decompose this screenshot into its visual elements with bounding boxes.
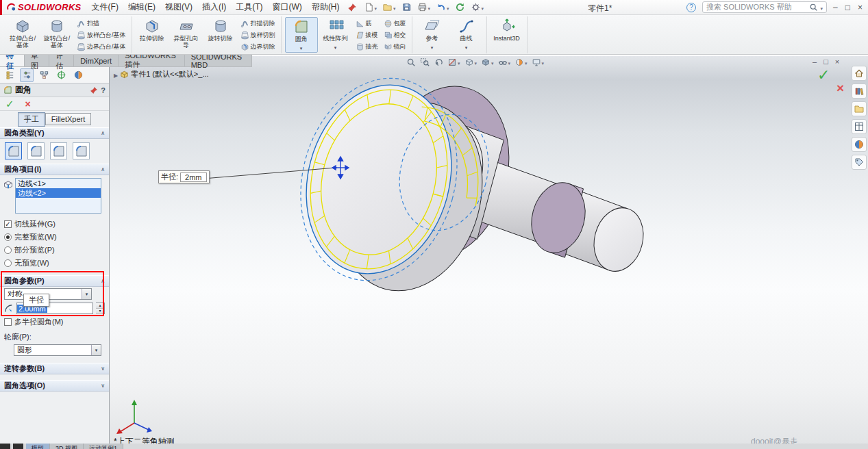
open-button[interactable] [382,2,396,12]
revolved-boss-button[interactable]: 旋转凸台/基体 [40,17,73,53]
print-button[interactable] [417,2,431,12]
rib-button[interactable]: 筋 [354,18,380,29]
reference-geometry-button[interactable]: 参考 [416,17,449,53]
full-preview-radio[interactable]: 完整预览(W) [0,231,109,244]
mirror-button[interactable]: 镜向 [382,41,408,52]
tab-mbd[interactable]: SOLIDWORKS MBD [185,55,252,66]
section-items-to-fillet[interactable]: 圆角项目(I) [0,164,109,175]
model-shaft[interactable] [279,60,650,307]
fillet-button[interactable]: 圆角 [285,17,318,53]
section-view-button[interactable] [447,57,460,67]
help-icon[interactable]: ? [686,3,696,12]
section-fillet-options[interactable]: 圆角选项(O) [0,380,109,392]
view-settings-button[interactable] [532,57,545,67]
search-input[interactable]: 搜索 SOLIDWORKS 帮助 [702,1,827,13]
3d-views-tab[interactable]: 3D 视图 [50,444,84,449]
checkbox-checked-icon[interactable] [4,220,12,228]
zoom-area-button[interactable] [420,57,430,67]
menu-view[interactable]: 视图(V) [160,0,197,15]
pushpin-icon[interactable] [90,86,98,94]
graphics-area[interactable] [110,56,868,445]
document-close-button[interactable]: × [835,57,839,66]
hide-show-items-button[interactable] [498,57,511,67]
profile-dropdown[interactable]: 圆形 [14,344,101,356]
instant3d-button[interactable]: Instant3D [491,17,523,53]
tab-addins[interactable]: SOLIDWORKS 插件 [119,55,184,66]
document-minimize-button[interactable]: – [813,57,817,66]
list-item[interactable]: 边线<1> [16,179,101,188]
no-preview-radio[interactable]: 无预览(W) [0,257,109,270]
confirm-ok-button[interactable]: ✓ [817,66,830,84]
help-icon[interactable]: ? [101,86,106,94]
callout-value-field[interactable]: 2mm [180,172,206,182]
radio-selected-icon[interactable] [4,233,12,241]
shell-button[interactable]: 抽壳 [354,41,380,52]
extruded-boss-button[interactable]: 拉伸凸台/基体 [6,17,39,53]
face-fillet-button[interactable] [50,142,67,159]
radio-icon[interactable] [4,246,12,254]
pin-menu-icon[interactable] [347,3,357,12]
sweep-button[interactable]: 扫描 [75,18,128,29]
edge-selection-list[interactable]: 边线<1> 边线<2> [15,178,101,214]
tab-sketch[interactable]: 草图 [25,55,49,66]
partial-preview-radio[interactable]: 部分预览(P) [0,244,109,257]
search-icon[interactable] [809,3,818,12]
zoom-fit-button[interactable] [406,57,416,67]
ok-button[interactable]: ✓ [5,99,14,109]
wrap-button[interactable]: 包覆 [382,18,408,29]
tree-item-label[interactable]: 零件1 (默认<<默认>_... [131,69,208,79]
variable-size-fillet-button[interactable] [27,142,45,159]
radius-spinner[interactable] [96,303,105,314]
design-library-button[interactable] [852,84,867,99]
manual-mode-button[interactable]: 手工 [18,112,45,127]
restore-button[interactable]: □ [845,3,850,12]
section-fillet-type[interactable]: 圆角类型(Y) [0,127,109,139]
radius-callout[interactable]: 半径: 2mm [158,170,210,183]
section-fillet-parameters[interactable]: 圆角参数(P) [0,275,109,287]
tab-features[interactable]: 特征 [0,55,25,66]
new-document-button[interactable] [364,2,377,12]
viewport-canvas[interactable] [110,56,868,445]
boundary-cut-button[interactable]: 边界切除 [238,41,277,52]
tangent-propagation-row[interactable]: 切线延伸(G) [0,218,109,231]
menu-tools[interactable]: 工具(T) [231,0,267,15]
minimize-button[interactable]: – [833,3,838,12]
intersect-button[interactable]: 相交 [382,29,408,40]
menu-file[interactable]: 文件(F) [87,0,123,15]
full-round-fillet-button[interactable] [73,142,90,159]
menu-help[interactable]: 帮助(H) [307,0,345,15]
options-button[interactable] [471,2,484,12]
linear-pattern-button[interactable]: 线性阵列 [319,17,352,53]
checkbox-unchecked-icon[interactable] [4,318,12,326]
view-orientation-button[interactable] [464,57,478,67]
solidworks-resources-button[interactable] [852,66,867,81]
motion-study-tab[interactable]: 运动算例1 [84,444,123,449]
lofted-cut-button[interactable]: 放样切割 [238,29,277,40]
tab-dimxpert[interactable]: DimXpert [74,55,119,66]
tree-expander-icon[interactable] [114,70,118,79]
multi-radius-row[interactable]: 多半径圆角(M) [0,316,109,329]
feature-tree-overlay[interactable]: 零件1 (默认<<默认>_... [114,69,209,79]
document-restore-button[interactable]: □ [823,57,828,66]
model-tab[interactable]: 模型 [26,444,50,449]
menu-window[interactable]: 窗口(W) [268,0,307,15]
revolved-cut-button[interactable]: 旋转切除 [204,17,237,53]
filletxpert-mode-button[interactable]: FilletXpert [45,113,92,125]
loft-button[interactable]: 放样凸台/基体 [75,29,128,40]
close-button[interactable]: × [858,3,863,12]
displaymanager-tab[interactable] [71,68,85,82]
appearances-scenes-button[interactable] [852,137,867,152]
chevron-down-icon[interactable] [821,3,823,12]
previous-view-button[interactable] [434,57,443,67]
list-item-selected[interactable]: 边线<2> [16,188,101,198]
section-setback-parameters[interactable]: 逆转参数(B) [0,363,109,374]
curves-button[interactable]: 曲线 [450,17,483,53]
tab-evaluate[interactable]: 评估 [49,55,74,66]
confirm-cancel-button[interactable]: × [836,81,844,96]
hole-wizard-button[interactable]: 异型孔向导 [170,17,203,53]
view-palette-button[interactable] [852,119,867,134]
custom-properties-button[interactable] [852,155,867,170]
menu-edit[interactable]: 编辑(E) [123,0,160,15]
save-button[interactable] [401,2,412,12]
spinner-up-icon[interactable] [96,303,104,309]
